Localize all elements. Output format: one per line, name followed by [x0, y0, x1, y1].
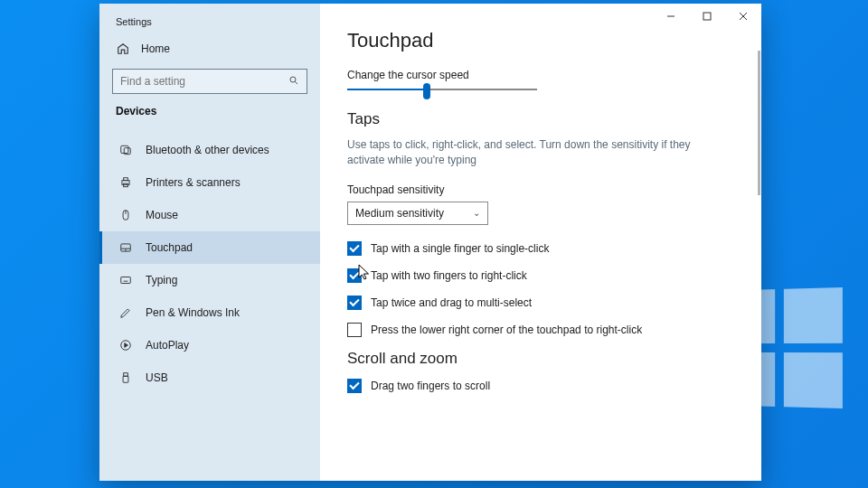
sidebar-item-label: Printers & scanners: [146, 176, 241, 189]
keyboard-icon: [118, 273, 133, 287]
home-icon: [116, 42, 130, 56]
usb-icon: [118, 371, 133, 385]
maximize-button[interactable]: [689, 4, 725, 29]
checkbox[interactable]: [347, 268, 362, 283]
svg-rect-5: [124, 178, 128, 181]
checkbox-label: Tap twice and drag to multi-select: [371, 296, 532, 309]
svg-rect-6: [124, 183, 128, 187]
sensitivity-label: Touchpad sensitivity: [347, 183, 734, 196]
svg-marker-18: [125, 343, 128, 348]
vertical-scrollbar[interactable]: [758, 51, 760, 195]
sidebar-item-typing[interactable]: Typing: [99, 264, 320, 296]
sidebar-category: Devices: [99, 103, 320, 128]
checkbox-label: Tap with a single finger to single-click: [371, 242, 549, 255]
window-controls: [653, 4, 761, 29]
check-tap-twice-drag[interactable]: Tap twice and drag to multi-select: [347, 296, 734, 310]
check-two-finger-scroll[interactable]: Drag two fingers to scroll: [347, 379, 734, 393]
svg-rect-22: [703, 13, 711, 20]
checkbox-label: Tap with two fingers to right-click: [371, 269, 527, 282]
bluetooth-icon: [118, 143, 133, 157]
autoplay-icon: [118, 338, 133, 352]
checkbox[interactable]: [347, 296, 362, 310]
sidebar-item-mouse[interactable]: Mouse: [99, 199, 320, 231]
content-pane: Touchpad Change the cursor speed Taps Us…: [320, 4, 761, 481]
svg-rect-20: [123, 376, 128, 382]
slider-fill: [347, 89, 429, 90]
svg-rect-2: [121, 145, 128, 153]
page-title: Touchpad: [347, 29, 734, 52]
svg-rect-19: [124, 373, 128, 377]
scroll-heading: Scroll and zoom: [347, 350, 734, 368]
mouse-icon: [118, 208, 133, 222]
sidebar-item-printers[interactable]: Printers & scanners: [99, 166, 320, 199]
sidebar-item-touchpad[interactable]: Touchpad: [99, 231, 320, 264]
search-input[interactable]: [120, 75, 274, 88]
svg-line-1: [295, 81, 297, 84]
check-two-finger-tap[interactable]: Tap with two fingers to right-click: [347, 268, 734, 283]
sensitivity-dropdown[interactable]: Medium sensitivity ⌄: [347, 202, 488, 225]
checkbox-label: Press the lower right corner of the touc…: [371, 324, 642, 336]
sidebar-nav: Bluetooth & other devices Printers & sca…: [99, 134, 320, 394]
sidebar-item-label: Bluetooth & other devices: [146, 144, 269, 156]
sidebar-item-label: Mouse: [146, 209, 178, 221]
search-icon: [288, 75, 299, 89]
cursor-speed-label: Change the cursor speed: [347, 69, 734, 81]
sidebar: Settings Home Devices Bluetooth & other …: [99, 4, 320, 481]
app-title: Settings: [99, 13, 320, 34]
sidebar-item-label: Pen & Windows Ink: [146, 306, 240, 319]
sidebar-item-label: Touchpad: [146, 241, 193, 254]
sensitivity-value: Medium sensitivity: [355, 207, 444, 220]
slider-thumb[interactable]: [423, 83, 430, 99]
checkbox-label: Drag two fingers to scroll: [371, 380, 490, 392]
chevron-down-icon: ⌄: [473, 208, 480, 218]
printer-icon: [118, 175, 133, 190]
check-single-tap[interactable]: Tap with a single finger to single-click: [347, 241, 734, 256]
check-lower-right-corner[interactable]: Press the lower right corner of the touc…: [347, 323, 734, 337]
minimize-button[interactable]: [653, 4, 689, 29]
sidebar-item-autoplay[interactable]: AutoPlay: [99, 329, 320, 361]
svg-rect-12: [121, 277, 131, 284]
checkbox[interactable]: [347, 323, 362, 337]
touchpad-icon: [118, 240, 133, 255]
taps-heading: Taps: [347, 110, 734, 128]
svg-point-0: [290, 77, 296, 82]
sidebar-item-bluetooth[interactable]: Bluetooth & other devices: [99, 134, 320, 166]
checkbox[interactable]: [347, 379, 362, 393]
home-nav[interactable]: Home: [99, 34, 320, 63]
sidebar-item-usb[interactable]: USB: [99, 361, 320, 394]
close-button[interactable]: [725, 4, 761, 29]
pen-icon: [118, 305, 133, 320]
checkbox[interactable]: [347, 241, 362, 256]
sidebar-item-label: Typing: [146, 274, 177, 286]
sidebar-item-pen[interactable]: Pen & Windows Ink: [99, 296, 320, 329]
sidebar-item-label: AutoPlay: [146, 339, 189, 352]
cursor-speed-slider[interactable]: [347, 89, 537, 90]
search-box[interactable]: [112, 69, 307, 94]
home-label: Home: [141, 42, 170, 55]
settings-window: Settings Home Devices Bluetooth & other …: [99, 4, 761, 481]
sidebar-item-label: USB: [146, 371, 168, 384]
taps-description: Use taps to click, right-click, and sele…: [347, 137, 691, 169]
